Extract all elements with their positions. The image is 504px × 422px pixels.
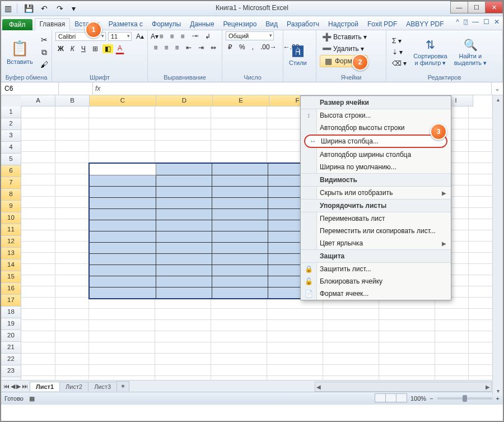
mdi-close-icon[interactable]: ✕	[494, 18, 500, 26]
bold-button[interactable]: Ж	[55, 44, 66, 54]
menu-item[interactable]: Автоподбор высоты строки	[301, 122, 451, 134]
row-header-10[interactable]: 10	[1, 212, 21, 224]
tab-nav-next-icon[interactable]: ▶	[16, 383, 21, 390]
tab-developer[interactable]: Разработч	[282, 18, 324, 30]
formula-input[interactable]	[104, 84, 491, 94]
row-header-8[interactable]: 8	[1, 189, 21, 201]
tab-nav-prev-icon[interactable]: ◀	[11, 383, 15, 390]
macro-record-icon[interactable]: ▦	[29, 395, 35, 402]
sheet-tab-3[interactable]: Лист3	[88, 382, 117, 391]
tab-pagelayout[interactable]: Разметка с	[104, 18, 147, 30]
menu-item[interactable]: Ширина по умолчанию...	[301, 161, 451, 173]
tab-nav-first-icon[interactable]: ⏮	[3, 383, 10, 390]
active-cell[interactable]	[90, 164, 156, 175]
menu-item[interactable]: Переименовать лист	[301, 212, 451, 225]
file-tab[interactable]: Файл	[2, 19, 32, 30]
tab-view[interactable]: Вид	[261, 18, 282, 30]
font-size-combo[interactable]: 11	[108, 32, 132, 41]
row-header-2[interactable]: 2	[1, 118, 21, 130]
formula-expand-icon[interactable]: ⌄	[491, 82, 503, 95]
clear-button[interactable]: ⌫ ▾	[390, 58, 409, 68]
wrap-text-icon[interactable]: ↲	[203, 31, 213, 41]
row-header-15[interactable]: 15	[1, 271, 21, 283]
italic-button[interactable]: К	[68, 44, 77, 54]
qat-customize-icon[interactable]: ▾	[69, 4, 78, 13]
orientation-icon[interactable]: ⭲	[189, 31, 200, 41]
close-button[interactable]: ✕	[485, 1, 503, 13]
zoom-slider[interactable]	[437, 397, 493, 400]
col-header-C[interactable]: C	[90, 95, 156, 106]
row-header-20[interactable]: 20	[1, 330, 21, 342]
col-header-A[interactable]: A	[21, 95, 55, 106]
menu-item[interactable]: Переместить или скопировать лист...	[301, 225, 451, 237]
minimize-button[interactable]: —	[450, 1, 468, 13]
ribbon-minimize-icon[interactable]: ^	[456, 18, 459, 26]
row-header-11[interactable]: 11	[1, 224, 21, 236]
fx-icon[interactable]: fx	[95, 85, 100, 92]
menu-item[interactable]: Цвет ярлычка▶	[301, 237, 451, 249]
tab-abbyy[interactable]: ABBYY PDF	[402, 18, 448, 30]
menu-item[interactable]: 📄Формат ячеек...	[301, 287, 451, 300]
menu-item[interactable]: ↕Высота строки...	[301, 109, 451, 122]
percent-icon[interactable]: %	[237, 42, 248, 52]
font-color-icon[interactable]: A	[115, 43, 124, 54]
number-format-combo[interactable]: Общий	[226, 31, 274, 40]
zoom-level[interactable]: 100%	[410, 395, 426, 402]
undo-icon[interactable]: ↶	[38, 3, 51, 14]
tab-nav-last-icon[interactable]: ⏭	[22, 383, 28, 390]
find-select-button[interactable]: 🔍Найти и выделить ▾	[452, 37, 489, 68]
autosum-button[interactable]: Σ ▾	[390, 36, 409, 46]
row-header-12[interactable]: 12	[1, 236, 21, 248]
row-header-19[interactable]: 19	[1, 318, 21, 330]
row-header-6[interactable]: 6	[1, 165, 21, 177]
fill-button[interactable]: ⇣ ▾	[390, 47, 409, 57]
worksheet-area[interactable]: ABCDEFGHI1234567891011121314151617181920…	[1, 95, 503, 380]
sheet-tab-2[interactable]: Лист2	[59, 382, 88, 391]
name-box-input[interactable]	[3, 84, 56, 93]
align-right-icon[interactable]: ≡	[173, 43, 181, 53]
row-header-23[interactable]: 23	[1, 365, 21, 377]
row-header-13[interactable]: 13	[1, 248, 21, 259]
row-header-14[interactable]: 14	[1, 259, 21, 271]
row-header-1[interactable]: 1	[1, 106, 21, 118]
sort-filter-button[interactable]: ⇅Сортировка и фильтр ▾	[411, 37, 449, 68]
align-center-icon[interactable]: ≡	[162, 43, 170, 53]
row-header-18[interactable]: 18	[1, 307, 21, 318]
sheet-tab-1[interactable]: Лист1	[30, 382, 60, 391]
format-painter-icon[interactable]: 🖌	[38, 59, 51, 70]
copy-icon[interactable]: ⧉	[38, 47, 51, 58]
tab-addins[interactable]: Надстрой	[324, 18, 363, 30]
cut-icon[interactable]: ✂	[38, 34, 51, 45]
cell-styles-button[interactable]: 🅰Стили	[287, 44, 309, 67]
col-header-E[interactable]: E	[213, 95, 269, 106]
underline-button[interactable]: Ч	[79, 44, 88, 54]
tab-home[interactable]: Главная	[35, 18, 71, 30]
mdi-min-icon[interactable]: —	[472, 18, 479, 26]
row-header-17[interactable]: 17	[1, 295, 21, 307]
zoom-in-button[interactable]: +	[496, 395, 500, 402]
row-header-21[interactable]: 21	[1, 342, 21, 354]
col-header-B[interactable]: B	[55, 95, 90, 106]
menu-item[interactable]: ↔Ширина столбца...	[304, 135, 447, 148]
view-buttons[interactable]	[375, 393, 407, 404]
row-header-16[interactable]: 16	[1, 283, 21, 295]
mdi-max-icon[interactable]: ☐	[483, 18, 489, 26]
merge-icon[interactable]: ⇔	[208, 43, 218, 53]
name-box[interactable]	[1, 82, 59, 95]
select-all-corner[interactable]	[1, 95, 22, 107]
redo-icon[interactable]: ↷	[53, 3, 67, 14]
comma-icon[interactable]: ,	[250, 42, 256, 52]
row-header-5[interactable]: 5	[1, 154, 21, 165]
align-top-icon[interactable]: ≡	[157, 31, 165, 41]
menu-item[interactable]: Скрыть или отобразить▶	[301, 187, 451, 199]
border-icon[interactable]: ⊞	[90, 44, 100, 54]
save-icon[interactable]: 💾	[22, 3, 35, 14]
tab-formulas[interactable]: Формулы	[147, 18, 185, 30]
row-header-4[interactable]: 4	[1, 142, 21, 154]
help-icon[interactable]: ⍰	[464, 18, 468, 26]
menu-item[interactable]: Автоподбор ширины столбца	[301, 149, 451, 161]
row-header-22[interactable]: 22	[1, 354, 21, 365]
row-header-9[interactable]: 9	[1, 201, 21, 212]
align-bottom-icon[interactable]: ≡	[179, 31, 187, 41]
menu-item[interactable]: 🔓Блокировать ячейку	[301, 275, 451, 287]
